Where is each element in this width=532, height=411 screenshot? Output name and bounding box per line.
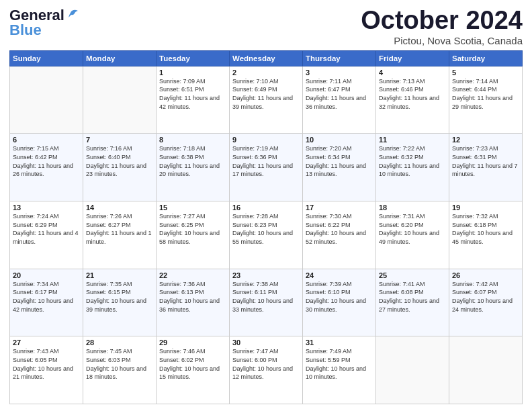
day-detail: Sunrise: 7:42 AMSunset: 6:07 PMDaylight:…: [452, 280, 519, 314]
day-detail: Sunrise: 7:11 AMSunset: 6:47 PMDaylight:…: [306, 77, 373, 111]
day-detail: Sunrise: 7:15 AMSunset: 6:42 PMDaylight:…: [13, 144, 80, 178]
day-detail: Sunrise: 7:13 AMSunset: 6:46 PMDaylight:…: [379, 77, 446, 111]
table-row: 19 Sunrise: 7:32 AMSunset: 6:18 PMDaylig…: [449, 201, 523, 269]
day-detail: Sunrise: 7:10 AMSunset: 6:49 PMDaylight:…: [232, 77, 300, 111]
day-number: 27: [13, 338, 80, 347]
week-row-5: 27 Sunrise: 7:43 AMSunset: 6:05 PMDaylig…: [10, 336, 523, 404]
day-detail: Sunrise: 7:16 AMSunset: 6:40 PMDaylight:…: [86, 144, 153, 178]
day-detail: Sunrise: 7:32 AMSunset: 6:18 PMDaylight:…: [452, 212, 519, 246]
day-detail: Sunrise: 7:47 AMSunset: 6:00 PMDaylight:…: [232, 347, 300, 381]
day-detail: Sunrise: 7:23 AMSunset: 6:31 PMDaylight:…: [452, 144, 519, 178]
day-number: 23: [232, 271, 300, 279]
day-detail: Sunrise: 7:09 AMSunset: 6:51 PMDaylight:…: [159, 77, 226, 111]
day-detail: Sunrise: 7:36 AMSunset: 6:13 PMDaylight:…: [159, 280, 226, 314]
day-number: 14: [86, 203, 153, 212]
table-row: 13 Sunrise: 7:24 AMSunset: 6:29 PMDaylig…: [10, 201, 83, 269]
day-detail: Sunrise: 7:24 AMSunset: 6:29 PMDaylight:…: [13, 212, 80, 246]
header-tuesday: Tuesday: [157, 50, 230, 66]
day-detail: Sunrise: 7:45 AMSunset: 6:03 PMDaylight:…: [86, 347, 153, 381]
table-row: 1 Sunrise: 7:09 AMSunset: 6:51 PMDayligh…: [157, 66, 230, 134]
day-detail: Sunrise: 7:18 AMSunset: 6:38 PMDaylight:…: [159, 144, 226, 178]
table-row: 5 Sunrise: 7:14 AMSunset: 6:44 PMDayligh…: [449, 66, 523, 134]
day-detail: Sunrise: 7:31 AMSunset: 6:20 PMDaylight:…: [379, 212, 446, 246]
week-row-1: 1 Sunrise: 7:09 AMSunset: 6:51 PMDayligh…: [10, 66, 523, 134]
header-monday: Monday: [83, 50, 157, 66]
table-row: 20 Sunrise: 7:34 AMSunset: 6:17 PMDaylig…: [10, 269, 83, 336]
day-number: 30: [232, 338, 300, 347]
table-row: 24 Sunrise: 7:39 AMSunset: 6:10 PMDaylig…: [303, 269, 376, 336]
day-number: 19: [452, 203, 519, 212]
table-row: [10, 66, 83, 134]
day-number: 13: [13, 203, 80, 212]
day-detail: Sunrise: 7:49 AMSunset: 5:59 PMDaylight:…: [306, 347, 373, 381]
day-number: 26: [452, 271, 519, 279]
header: General Blue October 2024 Pictou, Nova S…: [9, 7, 523, 46]
day-number: 7: [86, 136, 153, 144]
table-row: 7 Sunrise: 7:16 AMSunset: 6:40 PMDayligh…: [83, 134, 157, 201]
table-row: 12 Sunrise: 7:23 AMSunset: 6:31 PMDaylig…: [449, 134, 523, 201]
day-detail: Sunrise: 7:27 AMSunset: 6:25 PMDaylight:…: [159, 212, 226, 246]
day-number: 10: [306, 136, 373, 144]
day-number: 21: [86, 271, 153, 279]
day-detail: Sunrise: 7:41 AMSunset: 6:08 PMDaylight:…: [379, 280, 446, 314]
day-number: 22: [159, 271, 226, 279]
day-detail: Sunrise: 7:28 AMSunset: 6:23 PMDaylight:…: [232, 212, 300, 246]
header-wednesday: Wednesday: [230, 50, 303, 66]
day-number: 4: [379, 68, 446, 77]
table-row: 29 Sunrise: 7:46 AMSunset: 6:02 PMDaylig…: [157, 336, 230, 404]
table-row: 15 Sunrise: 7:27 AMSunset: 6:25 PMDaylig…: [157, 201, 230, 269]
day-number: 8: [159, 136, 226, 144]
day-number: 6: [13, 136, 80, 144]
day-number: 20: [13, 271, 80, 279]
day-number: 1: [159, 68, 226, 77]
table-row: 8 Sunrise: 7:18 AMSunset: 6:38 PMDayligh…: [157, 134, 230, 201]
day-detail: Sunrise: 7:30 AMSunset: 6:22 PMDaylight:…: [306, 212, 373, 246]
day-detail: Sunrise: 7:22 AMSunset: 6:32 PMDaylight:…: [379, 144, 446, 178]
week-row-3: 13 Sunrise: 7:24 AMSunset: 6:29 PMDaylig…: [10, 201, 523, 269]
day-number: 29: [159, 338, 226, 347]
table-row: 18 Sunrise: 7:31 AMSunset: 6:20 PMDaylig…: [376, 201, 449, 269]
table-row: [449, 336, 523, 404]
day-detail: Sunrise: 7:26 AMSunset: 6:27 PMDaylight:…: [86, 212, 153, 246]
title-block: October 2024 Pictou, Nova Scotia, Canada: [361, 7, 523, 46]
day-detail: Sunrise: 7:46 AMSunset: 6:02 PMDaylight:…: [159, 347, 226, 381]
day-number: 15: [159, 203, 226, 212]
table-row: 4 Sunrise: 7:13 AMSunset: 6:46 PMDayligh…: [376, 66, 449, 134]
day-number: 31: [306, 338, 373, 347]
table-row: 2 Sunrise: 7:10 AMSunset: 6:49 PMDayligh…: [230, 66, 303, 134]
table-row: [83, 66, 157, 134]
header-sunday: Sunday: [10, 50, 83, 66]
table-row: 27 Sunrise: 7:43 AMSunset: 6:05 PMDaylig…: [10, 336, 83, 404]
table-row: 6 Sunrise: 7:15 AMSunset: 6:42 PMDayligh…: [10, 134, 83, 201]
table-row: 17 Sunrise: 7:30 AMSunset: 6:22 PMDaylig…: [303, 201, 376, 269]
page: General Blue October 2024 Pictou, Nova S…: [0, 0, 532, 411]
day-number: 18: [379, 203, 446, 212]
table-row: 25 Sunrise: 7:41 AMSunset: 6:08 PMDaylig…: [376, 269, 449, 336]
week-row-4: 20 Sunrise: 7:34 AMSunset: 6:17 PMDaylig…: [10, 269, 523, 336]
day-detail: Sunrise: 7:35 AMSunset: 6:15 PMDaylight:…: [86, 280, 153, 314]
day-number: 2: [232, 68, 300, 77]
day-number: 11: [379, 136, 446, 144]
table-row: 22 Sunrise: 7:36 AMSunset: 6:13 PMDaylig…: [157, 269, 230, 336]
day-detail: Sunrise: 7:34 AMSunset: 6:17 PMDaylight:…: [13, 280, 80, 314]
table-row: 16 Sunrise: 7:28 AMSunset: 6:23 PMDaylig…: [230, 201, 303, 269]
day-detail: Sunrise: 7:43 AMSunset: 6:05 PMDaylight:…: [13, 347, 80, 381]
table-row: 30 Sunrise: 7:47 AMSunset: 6:00 PMDaylig…: [230, 336, 303, 404]
day-number: 9: [232, 136, 300, 144]
table-row: 21 Sunrise: 7:35 AMSunset: 6:15 PMDaylig…: [83, 269, 157, 336]
table-row: 9 Sunrise: 7:19 AMSunset: 6:36 PMDayligh…: [230, 134, 303, 201]
day-number: 16: [232, 203, 300, 212]
header-thursday: Thursday: [303, 50, 376, 66]
day-detail: Sunrise: 7:14 AMSunset: 6:44 PMDaylight:…: [452, 77, 519, 111]
calendar-table: Sunday Monday Tuesday Wednesday Thursday…: [9, 50, 523, 404]
day-number: 25: [379, 271, 446, 279]
logo: General Blue: [9, 7, 81, 39]
calendar-header-row: Sunday Monday Tuesday Wednesday Thursday…: [10, 50, 523, 66]
day-number: 17: [306, 203, 373, 212]
location-subtitle: Pictou, Nova Scotia, Canada: [361, 35, 523, 46]
week-row-2: 6 Sunrise: 7:15 AMSunset: 6:42 PMDayligh…: [10, 134, 523, 201]
day-number: 24: [306, 271, 373, 279]
day-number: 3: [306, 68, 373, 77]
header-friday: Friday: [376, 50, 449, 66]
day-number: 5: [452, 68, 519, 77]
